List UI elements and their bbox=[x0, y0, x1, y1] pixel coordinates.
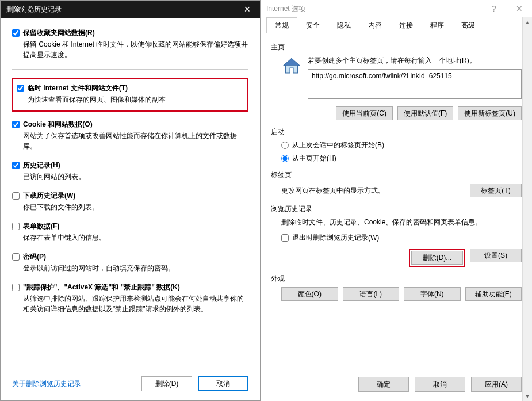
homepage-section: 主页 若要创建多个主页标签页，请在每行输入一个地址(R)。 使用当前页(C) 使… bbox=[271, 43, 522, 120]
left-footer: 关于删除浏览历史记录 删除(D) 取消 bbox=[1, 367, 260, 400]
delete-button[interactable]: 删除(D) bbox=[141, 376, 192, 391]
tabs: 常规 安全 隐私 内容 连接 程序 高级 bbox=[261, 17, 532, 33]
left-body: 保留收藏夹网站数据(R) 保留 Cookie 和 Internet 临时文件，以… bbox=[1, 18, 260, 314]
appearance-section: 外观 颜色(O) 语言(L) 字体(N) 辅助功能(E) bbox=[271, 274, 522, 301]
tab-programs[interactable]: 程序 bbox=[422, 17, 453, 33]
right-titlebar: Internet 选项 ? ✕ bbox=[261, 0, 532, 17]
scroll-down-icon[interactable]: ▼ bbox=[523, 391, 532, 401]
tab-connections[interactable]: 连接 bbox=[391, 17, 422, 33]
startup-from-home-radio[interactable] bbox=[281, 155, 289, 162]
exit-delete-row[interactable]: 退出时删除浏览历史记录(W) bbox=[281, 233, 522, 243]
tracking-desc: 从筛选中排除的网站、跟踪保护用来检测站点可能会在何处自动共享你的相关访问详细信息… bbox=[23, 293, 248, 314]
homepage-desc: 若要创建多个主页标签页，请在每行输入一个地址(R)。 bbox=[308, 56, 522, 66]
history-row[interactable]: 历史记录(H) bbox=[12, 161, 248, 170]
option-formdata: 表单数据(F) 保存在表单中键入的信息。 bbox=[12, 221, 248, 243]
browse-history-desc: 删除临时文件、历史记录、Cookie、保存的密码和网页表单信息。 bbox=[281, 217, 522, 227]
option-temp-internet: 临时 Internet 文件和网站文件(T) 为快速查看而保存的网页、图像和媒体… bbox=[17, 83, 244, 105]
tabpage-button[interactable]: 标签页(T) bbox=[470, 184, 522, 197]
tab-general[interactable]: 常规 bbox=[266, 17, 297, 33]
cookies-row[interactable]: Cookie 和网站数据(O) bbox=[12, 120, 248, 129]
color-button[interactable]: 颜色(O) bbox=[281, 287, 338, 301]
startup-from-last-label: 从上次会话中的标签页开始(B) bbox=[292, 140, 384, 150]
preserve-favorites-desc: 保留 Cookie 和 Internet 临时文件，以使你收藏的网站能够保存偏好… bbox=[23, 39, 248, 60]
apply-button[interactable]: 应用(A) bbox=[471, 377, 522, 392]
passwords-checkbox[interactable] bbox=[12, 253, 20, 261]
startup-title: 启动 bbox=[271, 127, 522, 137]
delete-history-dialog: 删除浏览历史记录 ✕ 保留收藏夹网站数据(R) 保留 Cookie 和 Inte… bbox=[0, 0, 261, 401]
startup-from-home[interactable]: 从主页开始(H) bbox=[281, 154, 522, 163]
close-icon[interactable]: ✕ bbox=[507, 0, 532, 17]
passwords-label: 密码(P) bbox=[23, 252, 46, 262]
use-newtab-button[interactable]: 使用新标签页(U) bbox=[458, 106, 522, 120]
help-icon[interactable]: ? bbox=[481, 0, 507, 17]
history-checkbox[interactable] bbox=[12, 162, 20, 169]
formdata-row[interactable]: 表单数据(F) bbox=[12, 221, 248, 231]
formdata-label: 表单数据(F) bbox=[23, 221, 59, 231]
cookies-checkbox[interactable] bbox=[12, 121, 20, 128]
option-downloads: 下载历史记录(W) 你已下载的文件的列表。 bbox=[12, 191, 248, 212]
right-body: 主页 若要创建多个主页标签页，请在每行输入一个地址(R)。 使用当前页(C) 使… bbox=[261, 33, 532, 301]
highlight-temp-internet: 临时 Internet 文件和网站文件(T) 为快速查看而保存的网页、图像和媒体… bbox=[12, 78, 248, 112]
temp-internet-checkbox[interactable] bbox=[17, 85, 24, 92]
formdata-desc: 保存在表单中键入的信息。 bbox=[23, 232, 248, 243]
option-tracking: "跟踪保护"、"ActiveX 筛选"和 "禁止跟踪" 数据(K) 从筛选中排除… bbox=[12, 282, 248, 314]
ok-button[interactable]: 确定 bbox=[358, 377, 409, 392]
startup-from-last[interactable]: 从上次会话中的标签页开始(B) bbox=[281, 140, 522, 150]
right-footer: 确定 取消 应用(A) bbox=[261, 377, 532, 392]
divider bbox=[12, 69, 248, 70]
history-desc: 已访问网站的列表。 bbox=[23, 171, 248, 182]
tabpage-section: 标签页 更改网页在标签页中的显示方式。 标签页(T) bbox=[271, 170, 522, 197]
scrollbar[interactable]: ▲ ▼ bbox=[522, 17, 532, 401]
tabpage-desc: 更改网页在标签页中的显示方式。 bbox=[281, 186, 470, 196]
cancel-button[interactable]: 取消 bbox=[198, 376, 248, 391]
use-default-button[interactable]: 使用默认值(F) bbox=[397, 106, 453, 120]
history-delete-button[interactable]: 删除(D)... bbox=[411, 251, 463, 265]
scroll-up-icon[interactable]: ▲ bbox=[523, 17, 532, 27]
tab-security[interactable]: 安全 bbox=[297, 17, 328, 33]
downloads-row[interactable]: 下载历史记录(W) bbox=[12, 191, 248, 201]
left-titlebar: 删除浏览历史记录 ✕ bbox=[1, 1, 260, 18]
history-label: 历史记录(H) bbox=[23, 161, 60, 170]
homepage-title: 主页 bbox=[271, 43, 522, 52]
history-settings-button[interactable]: 设置(S) bbox=[470, 249, 522, 262]
homepage-input[interactable] bbox=[308, 69, 522, 99]
downloads-label: 下载历史记录(W) bbox=[23, 191, 75, 201]
highlight-delete-button: 删除(D)... bbox=[409, 249, 465, 267]
passwords-row[interactable]: 密码(P) bbox=[12, 252, 248, 262]
downloads-checkbox[interactable] bbox=[12, 192, 20, 200]
tab-privacy[interactable]: 隐私 bbox=[328, 17, 359, 33]
temp-internet-desc: 为快速查看而保存的网页、图像和媒体的副本 bbox=[28, 94, 244, 105]
use-current-button[interactable]: 使用当前页(C) bbox=[336, 106, 393, 120]
appearance-title: 外观 bbox=[271, 274, 522, 284]
cookies-desc: 网站为了保存首选项或改善网站性能而存储在你计算机上的文件或数据库。 bbox=[23, 131, 248, 151]
about-delete-link[interactable]: 关于删除浏览历史记录 bbox=[12, 379, 81, 389]
preserve-favorites-checkbox[interactable] bbox=[12, 29, 20, 37]
option-cookies: Cookie 和网站数据(O) 网站为了保存首选项或改善网站性能而存储在你计算机… bbox=[12, 120, 248, 151]
downloads-desc: 你已下载的文件的列表。 bbox=[23, 202, 248, 212]
formdata-checkbox[interactable] bbox=[12, 223, 20, 230]
tab-content[interactable]: 内容 bbox=[359, 17, 391, 33]
startup-from-last-radio[interactable] bbox=[281, 142, 289, 149]
accessibility-button[interactable]: 辅助功能(E) bbox=[465, 287, 522, 301]
tab-advanced[interactable]: 高级 bbox=[453, 17, 484, 33]
option-preserve-favorites: 保留收藏夹网站数据(R) 保留 Cookie 和 Internet 临时文件，以… bbox=[12, 28, 248, 60]
option-history: 历史记录(H) 已访问网站的列表。 bbox=[12, 161, 248, 182]
cancel-button-right[interactable]: 取消 bbox=[415, 377, 465, 392]
passwords-desc: 登录以前访问过的网站时，自动填充保存的密码。 bbox=[23, 263, 248, 273]
left-dialog-title: 删除浏览历史记录 bbox=[6, 5, 235, 14]
preserve-favorites-row[interactable]: 保留收藏夹网站数据(R) bbox=[12, 28, 248, 38]
startup-section: 启动 从上次会话中的标签页开始(B) 从主页开始(H) bbox=[271, 127, 522, 163]
tracking-row[interactable]: "跟踪保护"、"ActiveX 筛选"和 "禁止跟踪" 数据(K) bbox=[12, 282, 248, 292]
font-button[interactable]: 字体(N) bbox=[404, 287, 461, 301]
language-button[interactable]: 语言(L) bbox=[343, 287, 400, 301]
exit-delete-checkbox[interactable] bbox=[281, 234, 289, 242]
browse-history-section: 浏览历史记录 删除临时文件、历史记录、Cookie、保存的密码和网页表单信息。 … bbox=[271, 204, 522, 267]
startup-from-home-label: 从主页开始(H) bbox=[292, 154, 336, 163]
temp-internet-row[interactable]: 临时 Internet 文件和网站文件(T) bbox=[17, 83, 244, 93]
svg-marker-1 bbox=[284, 59, 300, 66]
cookies-label: Cookie 和网站数据(O) bbox=[23, 120, 93, 129]
browse-history-title: 浏览历史记录 bbox=[271, 204, 522, 214]
close-icon[interactable]: ✕ bbox=[235, 1, 260, 18]
tracking-checkbox[interactable] bbox=[12, 284, 20, 291]
tracking-label: "跟踪保护"、"ActiveX 筛选"和 "禁止跟踪" 数据(K) bbox=[23, 282, 180, 292]
